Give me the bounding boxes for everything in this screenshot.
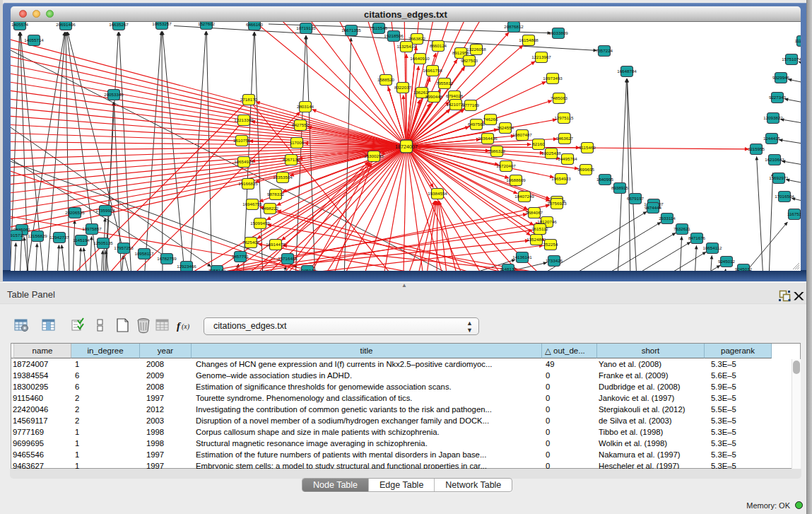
svg-text:252254: 252254 xyxy=(543,242,558,247)
svg-text:10719135: 10719135 xyxy=(296,25,316,30)
svg-text:12942737: 12942737 xyxy=(49,235,69,240)
svg-text:19384554: 19384554 xyxy=(428,191,447,196)
svg-text:1244415: 1244415 xyxy=(763,136,781,141)
svg-text:16914479: 16914479 xyxy=(266,242,286,247)
svg-text:2803144: 2803144 xyxy=(297,104,314,109)
svg-text:7632621: 7632621 xyxy=(673,226,691,231)
svg-text:4498222: 4498222 xyxy=(261,206,279,211)
svg-text:20756923: 20756923 xyxy=(547,201,567,206)
svg-text:8322037: 8322037 xyxy=(394,85,412,90)
svg-text:116753: 116753 xyxy=(787,211,801,216)
svg-text:7357224: 7357224 xyxy=(596,48,613,53)
svg-text:6794028: 6794028 xyxy=(446,93,464,98)
svg-text:10654925: 10654925 xyxy=(234,159,254,164)
svg-text:8471676: 8471676 xyxy=(688,235,706,240)
svg-text:16635267: 16635267 xyxy=(109,22,129,27)
svg-text:19218506: 19218506 xyxy=(384,33,404,38)
svg-text:19654923: 19654923 xyxy=(551,176,571,181)
svg-text:8267130: 8267130 xyxy=(283,157,300,162)
svg-text:12975115: 12975115 xyxy=(554,115,574,120)
svg-text:25300293: 25300293 xyxy=(364,153,384,158)
svg-text:16946755: 16946755 xyxy=(242,201,262,206)
svg-text:1588520: 1588520 xyxy=(377,77,395,82)
svg-text:7955812: 7955812 xyxy=(436,81,454,86)
svg-text:16640910: 16640910 xyxy=(410,56,430,61)
svg-text:1405574: 1405574 xyxy=(11,22,29,27)
svg-text:62160: 62160 xyxy=(532,141,545,146)
svg-text:8938915: 8938915 xyxy=(611,185,629,190)
svg-text:20206535: 20206535 xyxy=(65,210,85,215)
svg-text:15716485: 15716485 xyxy=(278,256,298,261)
svg-text:7986322: 7986322 xyxy=(488,148,506,153)
svg-text:15692971: 15692971 xyxy=(769,175,789,180)
svg-text:14495764: 14495764 xyxy=(558,156,577,161)
svg-text:9474444: 9474444 xyxy=(645,205,662,210)
svg-text:12353504: 12353504 xyxy=(273,175,293,180)
svg-text:9699695: 9699695 xyxy=(577,167,595,172)
svg-text:7625402: 7625402 xyxy=(242,240,260,245)
svg-text:3624554: 3624554 xyxy=(497,125,514,130)
svg-text:6679197: 6679197 xyxy=(627,196,645,201)
svg-text:10958117: 10958117 xyxy=(134,251,154,256)
svg-text:12093822: 12093822 xyxy=(763,115,783,120)
svg-text:1640995: 1640995 xyxy=(596,177,614,182)
svg-text:(x): (x) xyxy=(182,322,190,331)
svg-text:16033809: 16033809 xyxy=(548,30,568,35)
svg-text:7158140: 7158140 xyxy=(208,268,226,271)
svg-text:9245042: 9245042 xyxy=(299,268,317,271)
svg-text:17016504: 17016504 xyxy=(775,194,794,199)
svg-text:3915711: 3915711 xyxy=(11,233,25,238)
svg-text:10025438: 10025438 xyxy=(541,151,561,156)
svg-text:10654112: 10654112 xyxy=(702,245,722,250)
svg-text:13226058: 13226058 xyxy=(466,47,486,52)
svg-text:1615112: 1615112 xyxy=(531,226,548,231)
svg-text:117006: 117006 xyxy=(290,140,305,145)
svg-text:17359924: 17359924 xyxy=(95,208,115,213)
svg-text:16648784: 16648784 xyxy=(617,69,637,74)
svg-text:3215955: 3215955 xyxy=(748,146,765,151)
svg-text:1117534: 1117534 xyxy=(794,38,801,43)
svg-text:10653257: 10653257 xyxy=(152,22,172,26)
svg-text:9115460: 9115460 xyxy=(579,145,596,150)
svg-text:16210643: 16210643 xyxy=(765,157,784,162)
svg-text:12505135: 12505135 xyxy=(93,240,113,245)
svg-text:13524861: 13524861 xyxy=(526,237,546,242)
svg-text:9457791: 9457791 xyxy=(232,254,249,259)
svg-text:1527602: 1527602 xyxy=(198,22,216,26)
svg-text:16154808: 16154808 xyxy=(519,37,539,42)
svg-text:1145194: 1145194 xyxy=(73,238,90,243)
svg-text:15720407: 15720407 xyxy=(496,163,516,168)
svg-text:17957253: 17957253 xyxy=(114,245,134,250)
svg-text:9878332: 9878332 xyxy=(267,192,285,197)
svg-text:1733426: 1733426 xyxy=(546,258,563,263)
svg-text:19166825: 19166825 xyxy=(238,181,258,186)
svg-text:11325419: 11325419 xyxy=(396,44,416,49)
svg-text:12213967: 12213967 xyxy=(531,54,551,59)
svg-text:7663822: 7663822 xyxy=(408,36,426,41)
svg-text:19975857: 19975857 xyxy=(82,226,102,231)
svg-text:7515546: 7515546 xyxy=(370,25,388,30)
svg-text:18407249: 18407249 xyxy=(514,194,534,199)
svg-text:14136141: 14136141 xyxy=(512,255,532,259)
svg-text:20364436: 20364436 xyxy=(478,136,498,141)
svg-text:9227343: 9227343 xyxy=(769,95,787,100)
svg-text:9329946: 9329946 xyxy=(772,75,790,80)
svg-text:6466160: 6466160 xyxy=(246,22,264,27)
svg-text:9245032: 9245032 xyxy=(735,267,753,271)
svg-text:2718170: 2718170 xyxy=(240,97,258,102)
svg-text:9463627: 9463627 xyxy=(556,136,574,141)
svg-text:9684067: 9684067 xyxy=(526,210,543,215)
svg-text:f: f xyxy=(177,320,182,332)
svg-text:16782759: 16782759 xyxy=(157,256,177,261)
svg-text:9777169: 9777169 xyxy=(462,103,480,107)
svg-text:12923466: 12923466 xyxy=(177,264,196,269)
svg-text:2933114: 2933114 xyxy=(659,216,676,221)
svg-text:20876812: 20876812 xyxy=(504,24,524,29)
svg-text:12156829: 12156829 xyxy=(28,233,47,238)
svg-text:12213369: 12213369 xyxy=(234,117,254,122)
svg-text:18724007: 18724007 xyxy=(395,144,418,150)
svg-text:8427552: 8427552 xyxy=(292,122,310,127)
svg-text:8660124: 8660124 xyxy=(430,43,447,48)
svg-text:6497568: 6497568 xyxy=(468,122,486,127)
svg-text:14055714: 14055714 xyxy=(24,37,44,42)
